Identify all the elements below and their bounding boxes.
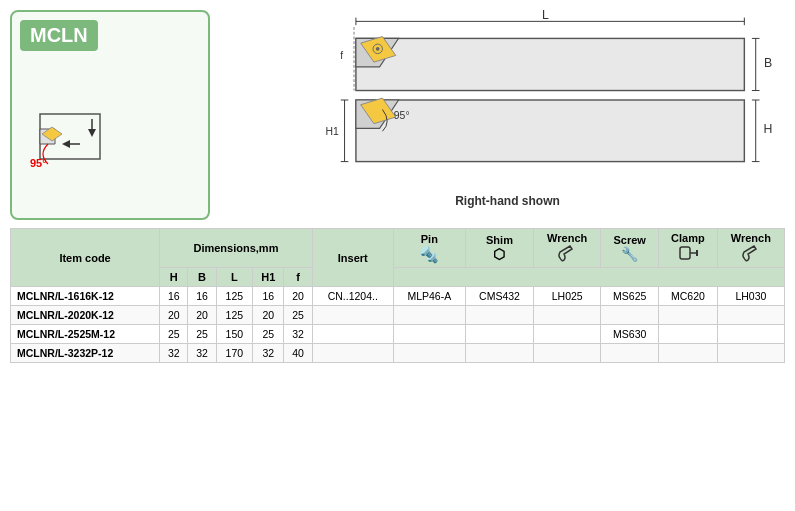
tool-schematic-svg: 95° xyxy=(20,59,190,199)
table-cell: CMS432 xyxy=(465,287,533,306)
table-cell: 16 xyxy=(188,287,216,306)
table-cell: 170 xyxy=(216,344,252,363)
technical-drawing-svg: L B H H1 f xyxy=(230,10,785,190)
table-cell: 25 xyxy=(252,325,284,344)
table-cell xyxy=(312,306,393,325)
col-accessories-sub xyxy=(393,268,784,287)
table-cell xyxy=(601,306,659,325)
svg-text:f: f xyxy=(340,50,343,61)
table-cell xyxy=(659,344,718,363)
table-cell: 16 xyxy=(160,287,188,306)
svg-point-30 xyxy=(376,47,380,51)
table-cell xyxy=(717,306,784,325)
table-cell: 25 xyxy=(160,325,188,344)
wrench2-icon xyxy=(740,244,762,262)
col-item-code: Item code xyxy=(11,229,160,287)
table-cell: 32 xyxy=(252,344,284,363)
clamp-icon xyxy=(677,244,699,262)
svg-text:H1: H1 xyxy=(326,126,340,137)
col-shim-header: Shim ⬡ xyxy=(465,229,533,268)
col-f: f xyxy=(284,268,312,287)
col-wrench1-header: Wrench xyxy=(534,229,601,268)
table-cell: 20 xyxy=(252,306,284,325)
table-cell: MS630 xyxy=(601,325,659,344)
svg-text:B: B xyxy=(764,56,772,70)
table-cell: 32 xyxy=(160,344,188,363)
col-screw-header: Screw 🔧 xyxy=(601,229,659,268)
table-row: MCLNR/L-3232P-1232321703240 xyxy=(11,344,785,363)
table-cell: 150 xyxy=(216,325,252,344)
table-cell: 125 xyxy=(216,287,252,306)
table-cell: LH030 xyxy=(717,287,784,306)
table-section: Item code Dimensions,mm Insert Pin 🔩 Shi… xyxy=(10,228,785,501)
table-cell xyxy=(312,325,393,344)
shim-icon: ⬡ xyxy=(493,246,505,262)
table-body: MCLNR/L-1616K-1216161251620CN..1204..MLP… xyxy=(11,287,785,363)
table-cell xyxy=(717,344,784,363)
right-panel: L B H H1 f xyxy=(230,10,785,220)
table-cell xyxy=(534,344,601,363)
right-hand-label: Right-hand shown xyxy=(455,194,560,208)
table-cell: MCLNR/L-2020K-12 xyxy=(11,306,160,325)
col-pin-header: Pin 🔩 xyxy=(393,229,465,268)
table-cell xyxy=(393,325,465,344)
table-cell: 125 xyxy=(216,306,252,325)
table-row: MCLNR/L-2020K-1220201252025 xyxy=(11,306,785,325)
col-l: L xyxy=(216,268,252,287)
table-cell: 20 xyxy=(284,287,312,306)
mcln-badge: MCLN xyxy=(20,20,98,51)
table-cell xyxy=(717,325,784,344)
table-cell xyxy=(465,325,533,344)
col-b: B xyxy=(188,268,216,287)
screw-icon: 🔧 xyxy=(621,246,638,262)
left-panel: MCLN 95° xyxy=(10,10,210,220)
table-cell: 32 xyxy=(188,344,216,363)
table-cell: MCLNR/L-3232P-12 xyxy=(11,344,160,363)
col-dimensions: Dimensions,mm xyxy=(160,229,313,268)
table-cell xyxy=(312,344,393,363)
svg-text:L: L xyxy=(542,10,549,22)
svg-marker-6 xyxy=(62,140,70,148)
col-clamp-header: Clamp xyxy=(659,229,718,268)
svg-text:95°: 95° xyxy=(394,110,410,121)
table-row: MCLNR/L-1616K-1216161251620CN..1204..MLP… xyxy=(11,287,785,306)
col-h: H xyxy=(160,268,188,287)
table-cell: LH025 xyxy=(534,287,601,306)
table-cell: 20 xyxy=(160,306,188,325)
table-cell xyxy=(659,325,718,344)
table-cell: 40 xyxy=(284,344,312,363)
svg-text:H: H xyxy=(764,122,773,136)
table-cell xyxy=(393,344,465,363)
table-cell: MS625 xyxy=(601,287,659,306)
table-cell xyxy=(534,325,601,344)
table-cell: MCLNR/L-2525M-12 xyxy=(11,325,160,344)
wrench1-icon xyxy=(556,244,578,262)
table-cell xyxy=(465,306,533,325)
table-row: MCLNR/L-2525M-1225251502532MS630 xyxy=(11,325,785,344)
table-cell: 25 xyxy=(284,306,312,325)
top-section: MCLN 95° xyxy=(10,10,785,220)
svg-rect-35 xyxy=(680,247,690,259)
col-wrench2-header: Wrench xyxy=(717,229,784,268)
tool-diagram: 95° xyxy=(20,59,200,210)
table-cell: MC620 xyxy=(659,287,718,306)
table-cell: 20 xyxy=(188,306,216,325)
table-cell xyxy=(393,306,465,325)
table-cell xyxy=(465,344,533,363)
table-cell: CN..1204.. xyxy=(312,287,393,306)
table-cell xyxy=(601,344,659,363)
page-container: MCLN 95° xyxy=(0,0,795,511)
table-header-row-1: Item code Dimensions,mm Insert Pin 🔩 Shi… xyxy=(11,229,785,268)
table-cell: 32 xyxy=(284,325,312,344)
table-cell: MLP46-A xyxy=(393,287,465,306)
col-insert: Insert xyxy=(312,229,393,287)
table-cell: 25 xyxy=(188,325,216,344)
table-cell: 16 xyxy=(252,287,284,306)
svg-rect-31 xyxy=(356,100,744,162)
svg-rect-26 xyxy=(356,38,744,90)
table-cell xyxy=(659,306,718,325)
svg-marker-4 xyxy=(88,129,96,137)
svg-rect-37 xyxy=(696,250,698,256)
table-cell xyxy=(534,306,601,325)
col-h1: H1 xyxy=(252,268,284,287)
